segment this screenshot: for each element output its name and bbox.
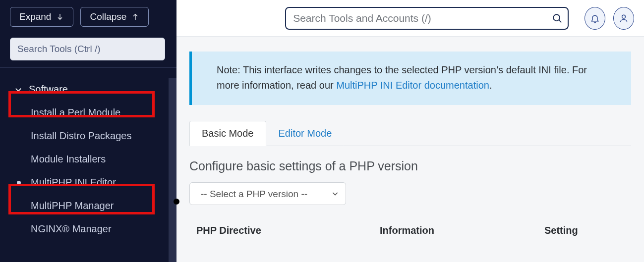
tab-editor-mode[interactable]: Editor Mode	[266, 121, 345, 146]
sidebar-search-input[interactable]	[10, 38, 165, 60]
main-content: Note: This interface writes changes to t…	[176, 0, 644, 262]
global-search	[285, 7, 569, 30]
collapse-button[interactable]: Collapse	[80, 7, 149, 27]
sidebar-item-install-perl-module[interactable]: Install a Perl Module	[0, 101, 176, 124]
active-indicator-dot	[174, 199, 179, 205]
tab-fill	[344, 121, 631, 146]
arrow-up-icon	[131, 12, 139, 22]
active-bullet-icon	[17, 181, 21, 185]
topbar	[176, 0, 644, 37]
sidebar-item-label: NGINX® Manager	[31, 223, 112, 235]
expand-button[interactable]: Expand	[10, 7, 73, 27]
section-heading: Configure basic settings of a PHP versio…	[189, 159, 631, 173]
content-area: Note: This interface writes changes to t…	[176, 37, 644, 236]
column-header-setting: Setting	[544, 225, 624, 236]
svg-point-1	[622, 15, 626, 18]
php-version-select[interactable]: -- Select a PHP version --	[189, 182, 346, 205]
sidebar: Expand Collapse Software Install a Perl …	[0, 0, 176, 262]
chevron-down-icon	[14, 85, 23, 94]
banner-text-suffix: .	[489, 80, 492, 91]
svg-point-0	[553, 14, 560, 21]
info-banner: Note: This interface writes changes to t…	[189, 52, 631, 105]
banner-doc-link[interactable]: MultiPHP INI Editor documentation	[336, 80, 489, 91]
nav-group-label: Software	[29, 84, 68, 95]
php-version-select-wrap: -- Select a PHP version --	[189, 182, 346, 205]
settings-table-header: PHP Directive Information Setting	[189, 225, 631, 236]
sidebar-item-label: Module Installers	[31, 154, 106, 165]
search-icon	[552, 13, 563, 24]
expand-label: Expand	[19, 11, 51, 22]
bell-icon	[590, 13, 600, 24]
column-header-information: Information	[380, 225, 544, 236]
nav-group-software[interactable]: Software	[0, 78, 176, 101]
sidebar-item-module-installers[interactable]: Module Installers	[0, 148, 176, 171]
arrow-down-icon	[56, 12, 64, 22]
sidebar-item-label: Install Distro Packages	[31, 130, 131, 142]
sidebar-item-nginx-manager[interactable]: NGINX® Manager	[0, 217, 176, 241]
sidebar-top: Expand Collapse	[0, 0, 176, 68]
tab-basic-mode[interactable]: Basic Mode	[189, 121, 266, 146]
notifications-button[interactable]	[585, 7, 605, 30]
sidebar-button-row: Expand Collapse	[10, 7, 167, 27]
sidebar-item-install-distro-packages[interactable]: Install Distro Packages	[0, 124, 176, 148]
mode-tabs: Basic Mode Editor Mode	[189, 121, 631, 146]
sidebar-nav: Software Install a Perl Module Install D…	[0, 68, 176, 241]
collapse-label: Collapse	[90, 11, 126, 22]
user-icon	[619, 13, 629, 24]
sidebar-scrollbar[interactable]	[169, 78, 176, 262]
sidebar-item-multiphp-ini-editor[interactable]: MultiPHP INI Editor	[0, 171, 176, 194]
global-search-input[interactable]	[285, 7, 569, 30]
sidebar-item-label: MultiPHP Manager	[31, 200, 114, 211]
sidebar-item-label: Install a Perl Module	[31, 107, 120, 118]
sidebar-item-label: MultiPHP INI Editor	[31, 177, 116, 188]
sidebar-item-multiphp-manager[interactable]: MultiPHP Manager	[0, 194, 176, 217]
account-button[interactable]	[613, 7, 634, 30]
column-header-directive: PHP Directive	[196, 225, 380, 236]
